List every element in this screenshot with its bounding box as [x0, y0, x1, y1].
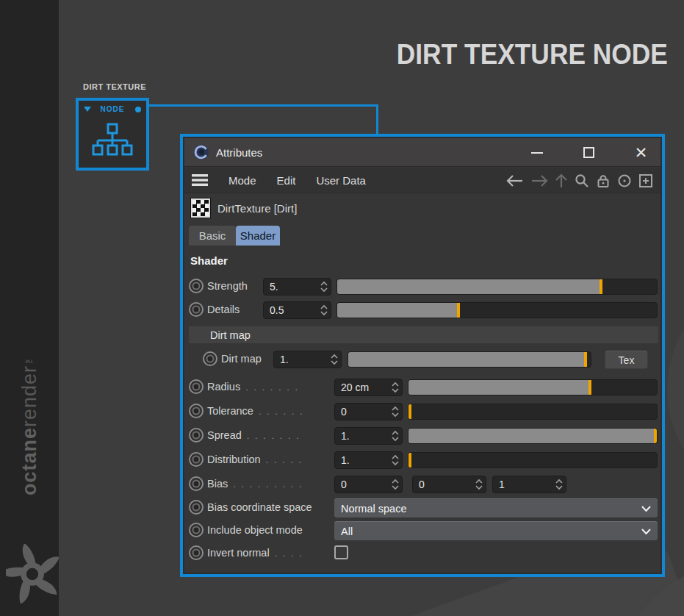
param-label: Spread. . . . . . . — [207, 429, 300, 441]
menu-bar: Mode Edit User Data — [184, 168, 660, 193]
stepper-icon[interactable] — [555, 479, 563, 490]
animation-dot-icon[interactable] — [189, 428, 204, 443]
param-label: Bias. . . . . . . . . — [207, 478, 303, 490]
radius-slider[interactable] — [408, 379, 658, 395]
dirt-map-input[interactable]: 1. — [273, 351, 342, 368]
stepper-icon[interactable] — [331, 354, 338, 365]
tolerance-slider[interactable] — [408, 404, 658, 420]
search-icon[interactable] — [575, 173, 589, 188]
tex-button[interactable]: Tex — [605, 351, 648, 369]
slider-handle[interactable] — [457, 303, 460, 318]
maximize-icon[interactable] — [583, 146, 595, 159]
animation-dot-icon[interactable] — [189, 500, 204, 515]
param-label: Dirt map — [221, 353, 262, 365]
dirt-map-slider[interactable] — [348, 351, 591, 368]
selected-option: All — [341, 526, 353, 537]
dotted-leader: . . . . . . . — [245, 382, 299, 393]
slider-handle[interactable] — [588, 380, 591, 395]
menu-item-mode[interactable]: Mode — [228, 174, 256, 187]
bias-y-input[interactable]: 0 — [412, 476, 486, 493]
slider-handle[interactable] — [600, 279, 602, 294]
minimize-icon[interactable] — [530, 146, 543, 159]
param-row-include-object-mode: Include object mode All — [183, 521, 662, 540]
slider-handle[interactable] — [654, 429, 657, 443]
menu-item-edit[interactable]: Edit — [277, 174, 296, 187]
node-output-port[interactable] — [135, 107, 141, 112]
tab-shader[interactable]: Shader — [236, 226, 280, 246]
slider-handle[interactable] — [584, 352, 587, 367]
strength-input[interactable]: 5. — [263, 278, 331, 296]
chevron-down-icon — [641, 529, 651, 534]
animation-dot-icon[interactable] — [189, 302, 204, 317]
strength-slider[interactable] — [336, 279, 658, 295]
add-icon[interactable] — [638, 173, 653, 188]
stepper-icon[interactable] — [392, 382, 399, 393]
animation-dot-icon[interactable] — [189, 523, 204, 537]
stepper-icon[interactable] — [320, 304, 328, 316]
param-label: Bias coordinate space — [207, 501, 312, 513]
hierarchy-icon — [92, 123, 133, 157]
stepper-icon[interactable] — [392, 430, 399, 442]
animation-dot-icon[interactable] — [189, 476, 204, 491]
radius-input[interactable]: 20 cm — [334, 379, 403, 396]
param-row-radius: Radius. . . . . . . 20 cm — [183, 378, 662, 397]
slider-handle[interactable] — [408, 404, 411, 419]
param-row-dirt-map: Dirt map 1. Tex — [183, 350, 662, 369]
hamburger-menu-icon[interactable] — [192, 174, 208, 186]
close-icon[interactable]: ✕ — [635, 146, 647, 159]
dirt-texture-node[interactable]: NODE — [76, 98, 149, 171]
invert-normal-checkbox[interactable] — [334, 545, 348, 559]
bias-x-input[interactable]: 0 — [334, 476, 403, 493]
window-title-bar[interactable]: Attributes ✕ — [184, 138, 660, 167]
dotted-leader: . . . . — [275, 548, 303, 559]
group-header-dirt-map[interactable]: Dirt map — [189, 326, 658, 343]
param-row-strength: Strength 5. — [183, 277, 662, 296]
param-row-bias-coordinate-space: Bias coordinate space Normal space — [183, 498, 662, 517]
forward-arrow-icon[interactable] — [530, 174, 548, 187]
stepper-icon[interactable] — [392, 406, 399, 418]
bias-z-input[interactable]: 1 — [492, 476, 566, 493]
param-label: Distribution. . . . . — [207, 454, 303, 465]
back-arrow-icon[interactable] — [506, 174, 524, 187]
distribution-input[interactable]: 1. — [334, 451, 403, 469]
bias-coordinate-space-select[interactable]: Normal space — [334, 498, 658, 517]
screen: octanerender™ DIRT TEXTURE NODE DIRT TEX… — [0, 0, 684, 616]
param-row-bias: Bias. . . . . . . . . 0 0 1 — [183, 475, 662, 494]
stepper-icon[interactable] — [392, 479, 399, 490]
brand-wordmark: octanerender™ — [0, 300, 59, 550]
lock-icon[interactable] — [596, 173, 611, 188]
details-slider[interactable] — [336, 302, 658, 318]
animation-dot-icon[interactable] — [189, 452, 204, 467]
tolerance-input[interactable]: 0 — [334, 403, 403, 420]
animation-dot-icon[interactable] — [189, 379, 204, 394]
page-title: DIRT TEXTURE NODE — [397, 39, 668, 71]
stepper-icon[interactable] — [475, 479, 483, 490]
object-row[interactable]: DirtTexture [Dirt] — [184, 194, 660, 222]
slider-handle[interactable] — [408, 453, 411, 468]
strength-value: 5. — [270, 281, 278, 293]
sidebar: octanerender™ — [0, 0, 59, 616]
octane-logo-icon — [6, 544, 59, 604]
include-object-mode-select[interactable]: All — [334, 521, 658, 540]
chevron-down-icon — [641, 506, 651, 512]
animation-dot-icon[interactable] — [189, 545, 204, 560]
up-arrow-icon[interactable] — [555, 173, 568, 188]
details-value: 0.5 — [270, 304, 284, 316]
target-icon[interactable] — [617, 173, 632, 188]
background-swirl-shape — [667, 272, 684, 507]
tab-basic[interactable]: Basic — [189, 226, 236, 246]
animation-dot-icon[interactable] — [189, 404, 204, 418]
spread-slider[interactable] — [408, 428, 658, 444]
stepper-icon[interactable] — [392, 454, 399, 466]
menu-item-user-data[interactable]: User Data — [316, 174, 366, 187]
animation-dot-icon[interactable] — [189, 279, 204, 293]
animation-dot-icon[interactable] — [203, 351, 217, 366]
dotted-leader: . . . . . . . — [247, 430, 300, 441]
dotted-leader: . . . . . . — [259, 406, 304, 417]
distribution-slider[interactable] — [408, 452, 658, 468]
details-input[interactable]: 0.5 — [263, 301, 331, 319]
dotted-leader: . . . . . . . . . — [233, 479, 303, 490]
tolerance-value: 0 — [341, 406, 347, 418]
stepper-icon[interactable] — [320, 281, 328, 293]
spread-input[interactable]: 1. — [334, 427, 403, 445]
